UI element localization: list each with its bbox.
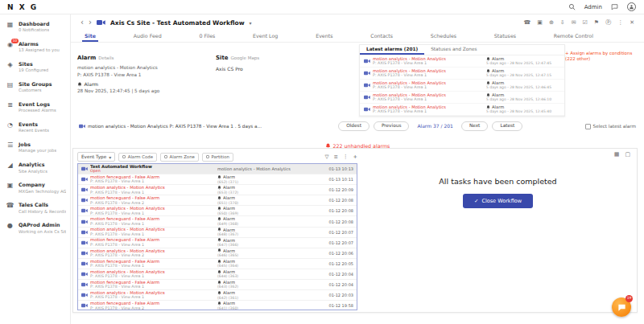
flag-icon[interactable]: ⚑ [594,20,599,26]
list-item[interactable]: motion analytics - Motion Analytics P: A… [360,80,564,92]
tab-schedules[interactable]: Schedules [428,31,459,42]
alarm-time: 5 days ago - 28 Nov 2025, 12:47:45 [486,61,560,66]
table-row[interactable]: motion fenceguard - False Alarm P: AXIS … [78,195,357,206]
event-type-select[interactable]: Event Type▾ [77,152,115,162]
table-row[interactable]: motion analytics - Motion Analytics P: A… [78,290,357,301]
bell-icon [486,57,490,61]
workflow-completed-panel: All tasks have been completed ✓ Close Wo… [367,165,629,304]
message-icon[interactable] [611,3,618,10]
table-row[interactable]: Test Automated Workflow Open motion anal… [78,164,357,174]
sidebar-item-alarms[interactable]: ◉ 10 Alarms 13 Assigned to you [0,37,70,57]
sidebar-item-jobs[interactable]: ☰ Jobs Manage your jobs [0,137,70,158]
admin-menu[interactable]: Admin [584,4,602,10]
tab-files[interactable]: 0 Files [196,31,217,42]
avatar[interactable] [627,2,636,11]
window-actions: ☎ ▣ ⊕ ⇩ ✉ ☑ ⚑ Ⓟ ⋮ ✕ [524,20,634,26]
sidebar-item-subtitle: MXGen Technology AG [19,189,66,195]
assign-alarms-link[interactable]: + Assign alarms by conditions (222 other… [565,51,639,63]
sidebar-item-subtitle: 19 Configured [19,68,48,73]
alarm-panel-subtitle: Details [98,55,114,60]
sort-icon[interactable]: ≡ [334,154,338,160]
list-item[interactable]: motion analytics - Motion Analytics P: A… [360,104,564,116]
support-fab[interactable]: 19 [612,297,631,317]
table-row[interactable]: motion fenceguard - False Alarm P: AXIS … [78,259,357,269]
window-title[interactable]: Axis Cs Site - Test Automated Workflow [110,19,245,27]
sidebar-item-event-logs[interactable]: ≣ Event Logs Processed Alarms [0,97,70,117]
sidebar-item-company[interactable]: ▣ Company MXGen Technology AG [0,178,70,198]
more-icon[interactable]: ⋮ [617,20,623,26]
row-title: motion fenceguard - False Alarm [90,237,215,243]
sidebar-item-profile[interactable]: ● QAProd Admin Working on Axis Cs Site [0,218,70,238]
table-row[interactable]: motion analytics - Motion Analytics P: A… [78,206,357,216]
alarm-timestamp: 28 Nov 2025, 12:47:45 | 5 days ago [77,88,214,93]
task-icon[interactable]: ☑ [583,20,588,26]
filter-chip-alarm-code[interactable]: Alarm Code [118,153,157,162]
tab-remote-control[interactable]: Remote Control [551,31,596,42]
sidebar-item-dashboard[interactable]: ▦ Dashboard 0 Notifications [0,17,70,37]
row-subtitle: P: AXIS P1378 - View Area 1 [90,285,215,289]
list-item[interactable]: motion analytics - Motion Analytics P: A… [360,55,564,68]
table-row[interactable]: motion fenceguard - False Alarm P: AXIS … [78,238,357,248]
parking-icon[interactable]: Ⓟ [605,20,611,26]
row-time: 01-12 20:06 [323,251,353,256]
previous-button[interactable]: Previous [374,121,410,132]
list-item[interactable]: motion analytics - Motion Analytics P: A… [360,68,564,80]
globe-icon[interactable]: ⊕ [549,20,554,26]
phone-icon[interactable]: ☎ [524,20,531,26]
filter-chip-alarm-zone[interactable]: Alarm Zone [160,153,199,162]
close-workflow-button[interactable]: ✓ Close Workflow [463,194,533,208]
forward-button[interactable]: › [89,18,92,27]
select-latest-checkbox[interactable] [585,124,591,129]
table-row[interactable]: motion fenceguard - False Alarm P: AXIS … [78,174,357,185]
chat-icon[interactable]: ✉ [572,20,576,26]
tab-event-log[interactable]: Event Log [250,31,280,42]
back-button[interactable]: ‹ [80,18,84,27]
tab-statuses-and-zones[interactable]: Statuses and Zones [424,45,483,55]
tab-site[interactable]: Site [82,31,98,42]
sidebar-item-label: QAProd Admin [19,222,66,228]
sidebar-item-events[interactable]: ◔ Events Recent Events [0,117,70,137]
row-time: 01-12 20:08 [323,219,353,224]
table-row[interactable]: motion fenceguard - False Alarm P: AXIS … [78,216,357,227]
more-icon[interactable]: ⋮ [343,154,349,160]
funnel-icon[interactable]: ▽ [325,154,329,160]
chevron-down-icon[interactable]: ▾ [250,20,252,26]
tab-statuses[interactable]: Statuses [492,31,518,42]
video-icon[interactable]: ▣ [537,20,543,26]
sidebar-item-sites[interactable]: ◈ Sites 19 Configured [0,57,70,77]
table-row[interactable]: motion fenceguard - False Alarm P: AXIS … [78,301,357,310]
filter-chip-partition[interactable]: Partition [202,153,233,162]
camera-icon [81,166,88,171]
camera-icon [364,83,370,88]
next-button[interactable]: Next [461,121,489,132]
latest-button[interactable]: Latest [492,121,522,132]
grid-icon[interactable]: ▦ [614,152,620,158]
table-row[interactable]: motion analytics - Motion Analytics P: A… [78,185,357,195]
sidebar-item-label: Event Logs [19,101,56,108]
row-time: 01-13 10:13 [323,166,353,171]
search-icon[interactable] [568,3,576,10]
table-row[interactable]: motion analytics - Motion Analytics P: A… [78,248,357,259]
add-icon[interactable]: + [353,154,357,160]
download-icon[interactable]: ⇩ [560,20,565,26]
sidebar-item-analytics[interactable]: ◢ Analytics Site Analytics [0,158,70,178]
table-row[interactable]: motion analytics - Motion Analytics P: A… [78,269,357,280]
table-row[interactable]: motion fenceguard - False Alarm P: AXIS … [78,280,357,290]
oldest-button[interactable]: Oldest [338,121,369,132]
row-title: Test Automated Workflow [90,164,215,170]
tab-audio-feed[interactable]: Audio Feed [131,31,164,42]
expand-icon[interactable]: ▢ [625,152,630,158]
sidebar-item-subtitle: Recent Events [19,128,49,133]
sidebar-item-site-groups[interactable]: ▤ Site Groups Customers [0,77,70,97]
list-item[interactable]: motion analytics - Motion Analytics P: A… [360,92,564,104]
tab-events[interactable]: Events [313,31,335,42]
tab-latest-alarms[interactable]: Latest alarms (201) [360,45,424,55]
camera-icon [81,261,88,266]
site-name[interactable]: Axis CS Pro [216,66,304,72]
close-icon[interactable]: ✕ [630,20,634,26]
sidebar-item-subtitle: Processed Alarms [19,108,56,113]
tab-contacts[interactable]: Contacts [368,31,395,42]
sidebar-item-tales-calls[interactable]: ☎ Tales Calls Call History & Recordings [0,198,70,218]
table-row[interactable]: motion analytics - Motion Analytics P: A… [78,228,357,238]
alarm-title: motion analytics - Motion Analytics [373,56,446,62]
